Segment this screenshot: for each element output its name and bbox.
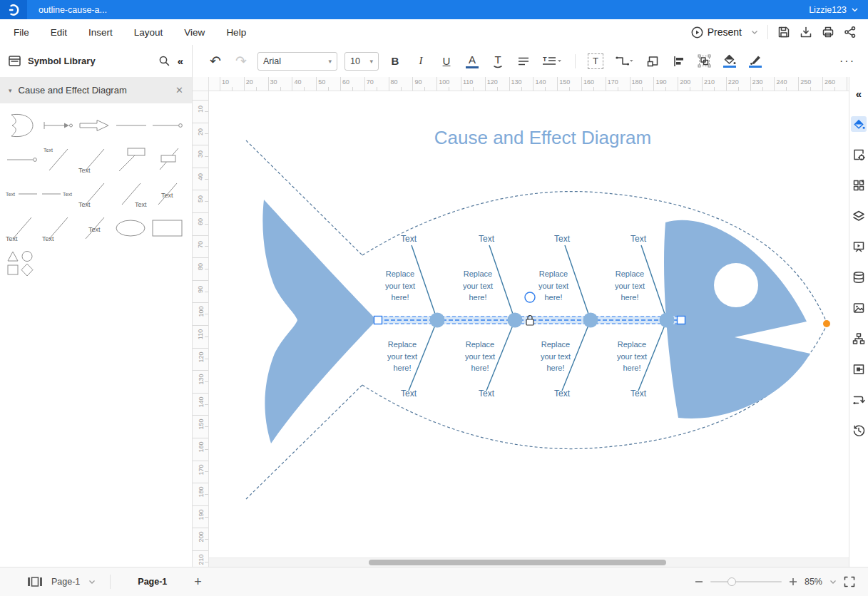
symbol-thumbnail-diag-label[interactable]: Text <box>4 213 39 245</box>
search-icon[interactable] <box>158 55 170 67</box>
page-setup-tab[interactable] <box>851 147 867 163</box>
rib-bottom-note-1[interactable]: Replace your text here! <box>382 339 422 374</box>
symbol-thumbnail-line-label[interactable]: Text <box>41 179 76 210</box>
italic-button[interactable]: I <box>411 51 431 71</box>
more-options-button[interactable]: ··· <box>839 55 855 68</box>
components-tab[interactable] <box>851 178 867 193</box>
fullscreen-icon[interactable] <box>844 576 855 587</box>
symbol-thumbnail-open-arrow[interactable] <box>77 111 112 142</box>
line-spacing-button[interactable]: T <box>539 51 565 71</box>
menu-insert[interactable]: Insert <box>78 27 123 38</box>
rib-bottom-label-1[interactable]: Text <box>401 389 417 399</box>
rib-bottom-label-2[interactable]: Text <box>479 389 494 399</box>
zoom-in-icon[interactable] <box>789 577 797 586</box>
fish-outline-tail-bottom[interactable] <box>246 385 362 499</box>
zoom-chevron-icon[interactable] <box>829 580 837 585</box>
symbol-thumbnail-arrow[interactable] <box>41 111 76 142</box>
horizontal-scrollbar[interactable] <box>209 558 849 567</box>
rib-top-note-1[interactable]: Replace your text here! <box>380 268 420 304</box>
zoom-slider-thumb[interactable] <box>727 577 736 586</box>
symbol-thumbnail-diag-label[interactable]: Text <box>77 145 112 176</box>
menu-view[interactable]: View <box>173 27 215 38</box>
canvas[interactable]: Cause and Effect Diagram TextTextReplace… <box>209 91 849 567</box>
symbol-thumbnail-label-line[interactable]: Text <box>4 179 39 210</box>
align-text-button[interactable] <box>514 51 533 71</box>
symbol-thumbnail-ellipse[interactable] <box>113 213 148 245</box>
redo-button[interactable]: ↷ <box>231 51 251 71</box>
zoom-slider[interactable] <box>710 581 782 582</box>
section-close-icon[interactable]: ✕ <box>175 85 183 96</box>
download-icon[interactable] <box>800 26 812 38</box>
rib-bottom-note-4[interactable]: Replace your text here! <box>612 339 652 374</box>
underline-button[interactable]: U <box>436 51 456 71</box>
document-tab[interactable]: outline-cause-a... <box>39 5 107 15</box>
symbol-thumbnail-diag-label[interactable]: Text <box>77 179 112 210</box>
rib-top-note-3[interactable]: Replace your text here! <box>533 268 573 304</box>
page-tab[interactable]: Page-1 <box>138 577 167 587</box>
diagram-title[interactable]: Cause and Effect Diagram <box>434 127 651 149</box>
page-selector[interactable]: Page-1 <box>51 577 80 587</box>
font-color-button[interactable]: A <box>462 51 482 71</box>
page-view-icon[interactable] <box>27 576 43 587</box>
history-tab[interactable] <box>851 423 867 438</box>
text-style-button[interactable]: T <box>488 51 508 71</box>
fill-style-tab[interactable] <box>851 116 867 132</box>
symbol-thumbnail-line-dot[interactable] <box>150 111 185 142</box>
structure-tab[interactable] <box>851 331 867 346</box>
menu-layout[interactable]: Layout <box>123 27 174 38</box>
spine-handle-left[interactable] <box>374 317 382 324</box>
connector-tab[interactable] <box>851 392 867 408</box>
save-icon[interactable] <box>777 26 790 38</box>
spine-handle-right[interactable] <box>678 317 685 324</box>
fish-tail-shape[interactable] <box>262 200 377 443</box>
data-tab[interactable] <box>851 269 867 285</box>
rib-bottom-label-4[interactable]: Text <box>630 389 646 399</box>
zoom-level[interactable]: 85% <box>805 577 822 587</box>
symbol-thumbnail-diag-label[interactable]: Text <box>41 145 76 176</box>
symbol-thumbnail-line[interactable] <box>113 111 148 142</box>
rib-bottom-note-2[interactable]: Replace your text here! <box>460 339 500 374</box>
connection-point-orange[interactable] <box>823 320 830 327</box>
bring-forward-button[interactable] <box>643 51 663 71</box>
spine-node[interactable] <box>430 313 445 328</box>
spine-node[interactable] <box>508 313 523 328</box>
symbol-thumbnail-basic-shapes[interactable] <box>4 247 39 279</box>
menu-file[interactable]: File <box>3 27 40 38</box>
present-dropdown-icon[interactable] <box>751 30 758 35</box>
collapse-sidebar-button[interactable]: « <box>851 86 867 101</box>
rib-top-label-1[interactable]: Text <box>401 234 417 244</box>
picture-tab[interactable] <box>851 300 867 316</box>
symbol-thumbnail-rect-diag[interactable] <box>113 145 148 176</box>
connector-button[interactable] <box>611 51 637 71</box>
insert-text-button[interactable]: T <box>586 51 606 71</box>
spine-node[interactable] <box>583 313 598 328</box>
rib-top-label-4[interactable]: Text <box>630 234 646 244</box>
menu-edit[interactable]: Edit <box>40 27 78 38</box>
section-collapse-icon[interactable]: ▾ <box>9 87 12 94</box>
bold-button[interactable]: B <box>385 51 405 71</box>
rib-bottom-note-3[interactable]: Replace your text here! <box>536 339 576 374</box>
page-selector-chevron-icon[interactable] <box>88 580 96 585</box>
rib-top-note-4[interactable]: Replace your text here! <box>610 268 650 304</box>
scrollbar-thumb[interactable] <box>369 560 666 565</box>
collapse-panel-icon[interactable]: « <box>178 55 183 67</box>
align-shapes-button[interactable] <box>668 51 688 71</box>
fish-head-shape[interactable] <box>664 220 810 418</box>
font-family-select[interactable]: Arial▾ <box>257 52 337 71</box>
line-style-button[interactable] <box>745 51 765 71</box>
symbol-thumbnail-rect[interactable] <box>150 213 185 245</box>
symbol-thumbnail-diag-label[interactable]: Text <box>41 213 76 245</box>
spine-node[interactable] <box>660 313 675 328</box>
user-account-menu[interactable]: Lizzie123 <box>809 5 858 15</box>
symbol-thumbnail-diag-label[interactable]: Text <box>113 179 148 210</box>
share-icon[interactable] <box>844 26 857 38</box>
symbol-thumbnail-diag-label[interactable]: Text <box>77 213 112 245</box>
add-page-button[interactable]: + <box>194 575 202 590</box>
library-section-header[interactable]: ▾ Cause and Effect Diagram ✕ <box>0 77 192 103</box>
zoom-out-icon[interactable] <box>695 577 703 586</box>
symbol-thumbnail-diag-rect[interactable] <box>150 145 185 176</box>
app-logo[interactable] <box>0 0 27 19</box>
frame-tab[interactable] <box>851 361 867 377</box>
undo-button[interactable]: ↶ <box>205 51 225 71</box>
layers-tab[interactable] <box>851 208 867 224</box>
